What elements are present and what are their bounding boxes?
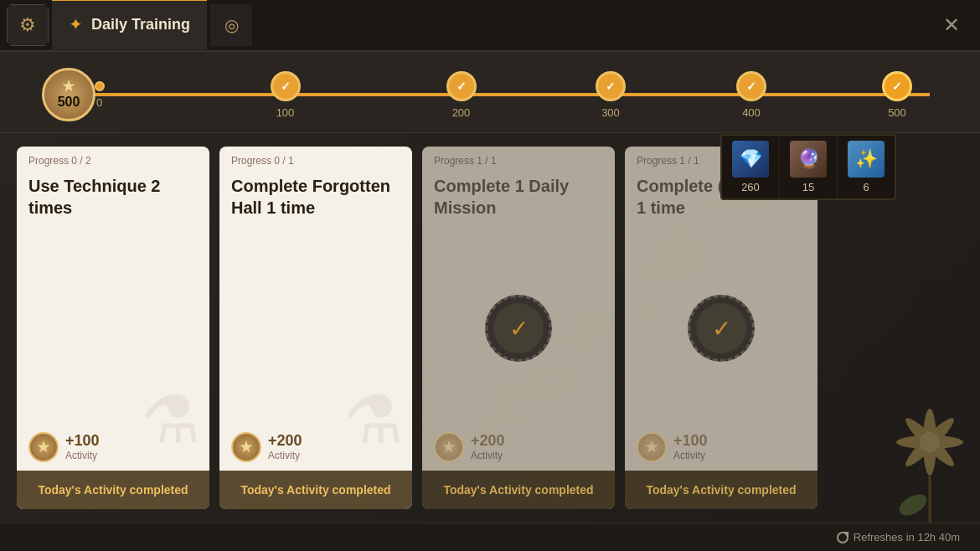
- card-1: ⚗ Progress 0 / 2 Use Technique 2 times +…: [17, 147, 209, 509]
- card-3-footer-text: Today's Activity completed: [443, 483, 593, 497]
- card-2-footer[interactable]: Today's Activity completed: [219, 471, 412, 509]
- card-4-reward: +100 Activity: [637, 432, 708, 462]
- bottom-bar: Refreshes in 12h 40m: [0, 523, 980, 551]
- score-number: 500: [58, 95, 80, 110]
- card-1-label: Activity: [65, 450, 100, 461]
- reward-item-2-icon: 🔮: [790, 141, 827, 178]
- milestone-400: ✓ 400: [736, 71, 766, 119]
- reward-item-3: ✨ 6: [838, 136, 895, 198]
- milestone-300: ✓ 300: [596, 71, 626, 119]
- tab-daily-training[interactable]: ✦ Daily Training: [52, 0, 207, 51]
- card-3-footer[interactable]: Today's Activity completed: [422, 471, 615, 509]
- milestones-wrapper: 500 0 ✓ 100: [50, 65, 930, 124]
- daily-training-icon: ✦: [69, 14, 83, 34]
- progress-section: 500 0 ✓ 100: [0, 52, 980, 133]
- card-4: Progress 1 / 1 Complete (Crimson) 1 time…: [625, 147, 818, 509]
- card-3-title: Complete 1 Daily Mission: [434, 175, 603, 219]
- card-2-body: Complete Forgotten Hall 1 time +200 Acti…: [219, 170, 412, 471]
- app-container: ⚙ ✦ Daily Training ◎ ✕ 500: [0, 0, 980, 551]
- card-4-check: ✓: [688, 295, 755, 362]
- tab-bar: ⚙ ✦ Daily Training ◎ ✕: [0, 0, 980, 52]
- card-2-reward: +200 Activity: [231, 432, 400, 462]
- card-3-progress: Progress 1 / 1: [422, 147, 615, 170]
- reward-item-2: 🔮 15: [780, 136, 838, 198]
- card-4-footer[interactable]: Today's Activity completed: [625, 471, 818, 509]
- card-4-reward-icon: [637, 432, 667, 462]
- reward-item-3-icon: ✨: [848, 141, 885, 178]
- card-4-footer-text: Today's Activity completed: [646, 483, 796, 497]
- refresh-label: Refreshes in 12h 40m: [854, 531, 960, 543]
- card-2-reward-icon: [231, 432, 261, 462]
- card-4-label: Activity: [673, 450, 708, 461]
- card-3: Progress 1 / 1 Complete 1 Daily Mission …: [422, 147, 615, 509]
- card-2-title: Complete Forgotten Hall 1 time: [231, 175, 400, 219]
- card-2-label: Activity: [268, 450, 302, 461]
- card-3-reward-icon: [434, 432, 464, 462]
- milestones-row: 0 ✓ 100 ✓ 200 ✓ 300: [50, 65, 930, 124]
- card-3-check: ✓: [485, 295, 552, 362]
- tab-icon-compass[interactable]: ⚙: [7, 4, 49, 46]
- reward-item-2-count: 15: [802, 181, 814, 193]
- milestone-200: ✓ 200: [446, 71, 477, 119]
- tab-icon-tri[interactable]: ◎: [210, 4, 252, 46]
- reward-item-1-count: 260: [741, 181, 760, 193]
- card-4-amount: +100: [673, 432, 708, 450]
- main-content: 500 0 ✓ 100: [0, 52, 980, 523]
- card-1-body: Use Technique 2 times +100 Activity: [17, 170, 209, 471]
- card-1-amount: +100: [65, 432, 100, 450]
- card-4-body: Complete (Crimson) 1 time ✓ +100 Activit…: [625, 170, 818, 471]
- reward-item-1-icon: 💎: [732, 141, 769, 178]
- reward-item-1: 💎 260: [722, 136, 780, 198]
- card-3-reward: +200 Activity: [434, 432, 505, 462]
- card-3-amount: +200: [471, 432, 505, 450]
- close-button[interactable]: ✕: [936, 10, 967, 40]
- card-2-amount: +200: [268, 432, 302, 450]
- refresh-icon: [837, 532, 848, 543]
- card-2: ⚗ Progress 0 / 1 Complete Forgotten Hall…: [219, 147, 412, 509]
- card-3-body: Complete 1 Daily Mission ✓ +200 Activity: [422, 170, 615, 471]
- card-1-footer[interactable]: Today's Activity completed: [17, 471, 209, 509]
- card-1-footer-text: Today's Activity completed: [38, 483, 188, 497]
- milestone-500: ✓ 500: [882, 71, 912, 119]
- popup-arrow: [811, 134, 828, 136]
- refresh-text: Refreshes in 12h 40m: [837, 531, 960, 543]
- milestone-0: 0: [95, 81, 105, 109]
- daily-training-label: Daily Training: [91, 16, 190, 33]
- score-icon: [62, 80, 75, 93]
- card-1-reward: +100 Activity: [28, 432, 198, 462]
- milestone-100: ✓ 100: [271, 71, 301, 119]
- reward-item-3-count: 6: [863, 181, 869, 193]
- card-2-footer-text: Today's Activity completed: [240, 483, 390, 497]
- card-3-label: Activity: [471, 450, 505, 461]
- score-badge: 500: [42, 68, 95, 121]
- card-2-progress: Progress 0 / 1: [219, 147, 412, 170]
- card-1-title: Use Technique 2 times: [28, 175, 198, 219]
- reward-popup: 💎 260 🔮 15 ✨ 6: [720, 134, 896, 200]
- card-1-progress: Progress 0 / 2: [17, 147, 209, 170]
- card-1-reward-icon: [28, 432, 59, 462]
